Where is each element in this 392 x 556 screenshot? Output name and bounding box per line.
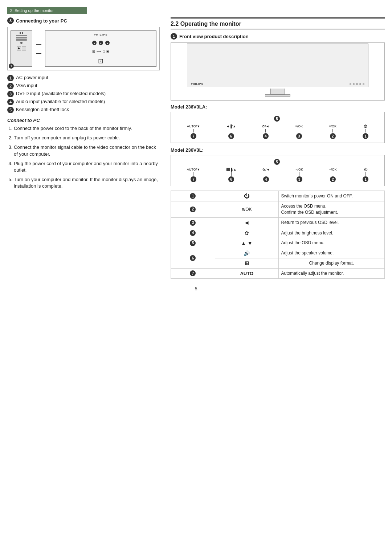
step-1: Connect the power cord to the back of th… [14, 125, 160, 132]
page-container: 2. Setting up the monitor 3 Connecting t… [7, 7, 385, 291]
table-row-5: 5 ▲ ▼ Adjust the OSD menu. [171, 238, 385, 248]
row7-num: 7 [171, 268, 215, 278]
num3b: 3 [297, 176, 302, 182]
input-label-3: DVI-D input (available for selected mode… [16, 91, 106, 96]
input-badge-5: 5 [7, 107, 14, 113]
row1-desc: Switch monitor's power ON and OFF. [278, 191, 384, 201]
vline4b [266, 172, 266, 176]
pc-dot [20, 32, 21, 34]
input-badge-3: 3 [7, 91, 14, 97]
input-item-2: 2 VGA input [7, 83, 160, 89]
monitor-brand-label: PHILIPS [191, 83, 203, 85]
btn6b-label: ⬛▐/▲ [226, 168, 237, 171]
num7: 7 [191, 133, 196, 139]
page-number: 5 [7, 286, 385, 291]
monitor-foot [265, 94, 290, 97]
btn-dot-4 [359, 83, 361, 85]
btn-auto2-label: AUTO/▼ [187, 168, 200, 171]
input-item-3: 3 DVI-D input (available for selected mo… [7, 91, 160, 97]
section-divider [171, 17, 385, 19]
input-item-5: 5 Kensington anti-theft lock [7, 107, 160, 113]
row7-icon: AUTO [215, 268, 278, 278]
btn6-label: ◄▐/▲ [226, 124, 236, 128]
top-bar: 2. Setting up the monitor [7, 7, 87, 14]
model1-inner: 5 AUTO/▼ 7 ◄▐/▲ 6 [174, 116, 381, 139]
vline3b [299, 172, 299, 176]
vline7 [193, 129, 194, 132]
btn-4: ✿/◄ 4 [262, 124, 269, 139]
left-column: 3 Connecting to your PC [7, 17, 160, 279]
feature-table: 1 ⏻ Switch monitor's power ON and OFF. 2… [171, 191, 385, 279]
top-connectors: ● ● ● [92, 41, 110, 45]
btn4b-label: ✿/◄ [262, 168, 269, 171]
vline2b [333, 172, 333, 176]
step-3: Connect the monitor signal cable to the … [14, 144, 160, 157]
btn-dot-2 [353, 83, 355, 85]
num6b: 6 [228, 176, 234, 182]
cable-area [36, 44, 41, 54]
input-item-1: 1 AC power input [7, 75, 160, 81]
monitor-button-dots [350, 83, 364, 85]
btn3-label: ≡/OK [295, 124, 303, 128]
vline3 [299, 129, 299, 132]
badge5-2: 5 [274, 159, 280, 165]
btn1-label: ⏻ [364, 124, 367, 128]
table-row-4: 4 ✿ Adjust the brightness level. [171, 228, 385, 238]
monitor-screen: PHILIPS [187, 44, 368, 87]
btn4-label: ✿/◄ [262, 124, 269, 128]
num6: 6 [228, 133, 234, 139]
row3-desc: Return to previous OSD level. [278, 217, 384, 228]
section3-title: Connecting to your PC [16, 18, 67, 24]
connect-steps: Connect the power cord to the back of th… [7, 125, 160, 190]
row5-desc: Adjust the OSD menu. [278, 238, 384, 248]
subsection1-header: 1 Front view product description [171, 33, 385, 40]
top-bar-text: 2. Setting up the monitor [10, 8, 54, 13]
row6a-desc: Adjust the speaker volume. [278, 248, 384, 258]
btn-3: ≡/OK 3 [295, 124, 303, 139]
btn-6: ◄▐/▲ 6 [226, 124, 236, 139]
pc-button [20, 42, 23, 44]
table-row-6a: 6 🔊 Adjust the speaker volume. [171, 248, 385, 258]
num3: 3 [296, 133, 302, 139]
bottom-icon: ⊡ [98, 57, 103, 65]
row7-desc: Automatically adjust the monitor. [278, 268, 384, 278]
monitor-diagram: PHILIPS ● ● ● ⊞ ⟺ □ ▣ ⊡ [45, 30, 156, 67]
table-row-2: 2 ≡/OK Access the OSD menu.Confirm the O… [171, 201, 385, 218]
badge5-top: 5 [274, 116, 280, 126]
pc-tower-diagram: ▶ 1 [11, 30, 32, 67]
front-view-diagram: PHILIPS [171, 42, 385, 101]
row2-num: 2 [171, 201, 215, 218]
row3-icon: ◄ [215, 217, 278, 228]
diag-c3: ● [105, 41, 110, 45]
pc-slot [16, 39, 27, 41]
vline2 [332, 129, 333, 132]
row6b-desc: Change display format. [278, 258, 384, 268]
model2-inner: 5 AUTO/▼ 7 ⬛▐/▲ 6 [174, 159, 381, 182]
vline6b [231, 172, 232, 176]
row2-icon: ≡/OK [215, 201, 278, 218]
arrow5-line [277, 122, 277, 126]
table-row-1: 1 ⏻ Switch monitor's power ON and OFF. [171, 191, 385, 201]
btn-dot-5 [363, 83, 364, 85]
btn-1: ⏻ 1 [363, 124, 368, 139]
row4-num: 4 [171, 228, 215, 238]
input-label-4: Audio input (available for selected mode… [16, 99, 105, 104]
model1-label: Model 236V3LA: [171, 104, 385, 110]
btn-dot-1 [350, 83, 351, 85]
pc-dot [22, 32, 23, 34]
vline6 [231, 129, 231, 132]
btn-auto-label: AUTO/▼ [187, 124, 200, 128]
model1-diagram: 5 AUTO/▼ 7 ◄▐/▲ 6 [171, 112, 385, 143]
btn2b-label: ≡/OK [329, 168, 337, 171]
row6-num: 6 [171, 248, 215, 269]
btn-6b: ⬛▐/▲ 6 [226, 168, 237, 182]
btn-dot-3 [356, 83, 358, 85]
section3-badge: 3 [7, 17, 14, 24]
row6a-icon: 🔊 [215, 248, 278, 258]
num1: 1 [363, 133, 368, 139]
arrow5-line2 [277, 165, 277, 169]
input-item-4: 4 Audio input (available for selected mo… [7, 99, 160, 105]
input-label-5: Kensington anti-theft lock [16, 107, 69, 112]
num4: 4 [263, 133, 269, 139]
model2-diagram: 5 AUTO/▼ 7 ⬛▐/▲ 6 [171, 155, 385, 186]
